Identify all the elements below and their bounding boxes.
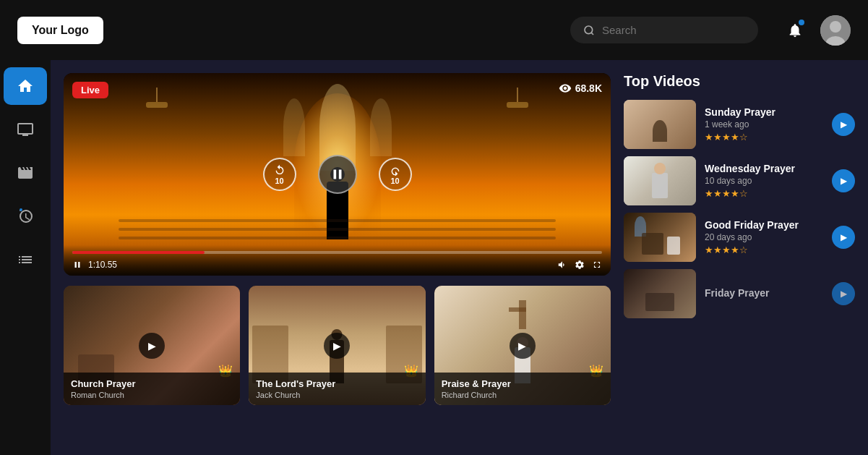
top-videos-title: Top Videos [624, 73, 855, 90]
vli-play-2[interactable]: ▶ [832, 226, 855, 249]
vli-stars-2: ★★★★☆ [705, 244, 823, 255]
control-right [557, 260, 602, 270]
vli-date-0: 1 week ago [705, 119, 823, 129]
video-section: Live 68.8K 10 [64, 73, 611, 455]
sidebar-item-list[interactable] [4, 241, 47, 278]
schedule-icon: + [17, 208, 34, 225]
header: Your Logo [0, 0, 868, 60]
forward-button[interactable]: 10 [379, 158, 412, 191]
pause-icon [330, 166, 345, 182]
thumbnail-card-1[interactable]: ▶ 👑 The Lord's Prayer Jack Church [249, 286, 425, 405]
cross-vertical-2 [519, 300, 526, 329]
eye-icon [559, 82, 572, 95]
vli-title-0: Sunday Prayer [705, 106, 823, 118]
vli-thumb-2 [624, 213, 696, 262]
thumb-subtitle-2: Richard Church [442, 391, 603, 399]
view-count: 68.8K [559, 82, 602, 95]
playback-controls: 10 10 [263, 155, 412, 194]
vli-date-2: 20 days ago [705, 232, 823, 242]
thumb-title-2: Praise & Prayer [442, 378, 603, 389]
vli-stars-0: ★★★★☆ [705, 132, 823, 143]
list-icon [17, 251, 34, 268]
cross-horizontal-2 [509, 307, 526, 312]
main-layout: + [0, 60, 868, 455]
search-icon [583, 25, 595, 36]
live-badge: Live [72, 82, 108, 98]
control-row: 1:10.55 [72, 260, 602, 270]
chandelier-left [146, 88, 168, 108]
thumb-overlay-2: Praise & Prayer Richard Church [434, 373, 611, 405]
avatar[interactable] [820, 15, 851, 46]
vli-stars-1: ★★★★☆ [705, 188, 823, 199]
thumb-overlay-0: Church Prayer Roman Church [64, 373, 240, 405]
vli-info-3: Friday Prayer [705, 287, 823, 301]
svg-point-3 [830, 21, 841, 33]
logo: Your Logo [17, 17, 103, 44]
content-area: Live 68.8K 10 [51, 60, 868, 455]
sidebar-item-movies[interactable] [4, 154, 47, 192]
video-list-item-3[interactable]: Friday Prayer ▶ [624, 269, 855, 318]
svg-line-1 [591, 33, 593, 35]
thumb-subtitle-1: Jack Church [256, 391, 418, 399]
vli-title-1: Wednesday Prayer [705, 163, 823, 174]
vli-info-0: Sunday Prayer 1 week ago ★★★★☆ [705, 106, 823, 143]
video-list: Sunday Prayer 1 week ago ★★★★☆ ▶ [624, 100, 855, 318]
pews [119, 219, 557, 239]
thumbnail-row: ▶ 👑 Church Prayer Roman Church [64, 286, 611, 405]
avatar-image [820, 15, 851, 46]
vli-play-0[interactable]: ▶ [832, 113, 855, 136]
chandelier-right [507, 88, 528, 108]
search-bar[interactable] [570, 17, 758, 43]
movies-icon [17, 164, 34, 182]
volume-icon[interactable] [557, 260, 567, 270]
vli-thumb-0 [624, 100, 696, 149]
settings-icon[interactable] [575, 260, 585, 270]
svg-point-0 [585, 26, 593, 34]
header-icons [781, 15, 851, 46]
sidebar: + [0, 60, 51, 455]
thumbnail-card-0[interactable]: ▶ 👑 Church Prayer Roman Church [64, 286, 240, 405]
vli-play-3[interactable]: ▶ [832, 282, 855, 305]
vli-title-3: Friday Prayer [705, 287, 823, 299]
home-icon [17, 77, 34, 95]
play-pause-icon-small[interactable] [72, 260, 82, 270]
vli-date-1: 10 days ago [705, 176, 823, 186]
thumb-play-1[interactable]: ▶ [324, 333, 350, 359]
svg-text:+: + [20, 209, 21, 212]
sidebar-item-tv[interactable] [4, 111, 47, 148]
thumb-play-2[interactable]: ▶ [510, 333, 536, 359]
thumb-play-0[interactable]: ▶ [139, 333, 165, 359]
sidebar-item-home[interactable] [4, 67, 47, 105]
tv-icon [17, 121, 34, 138]
search-input[interactable] [602, 24, 745, 36]
sidebar-item-schedule[interactable]: + [4, 197, 47, 235]
pause-button[interactable] [318, 155, 357, 194]
thumb-title-1: The Lord's Prayer [256, 378, 418, 389]
vli-thumb-1 [624, 156, 696, 205]
rewind-button[interactable]: 10 [263, 158, 296, 191]
thumbnail-card-2[interactable]: ▶ 👑 Praise & Prayer Richard Church [434, 286, 611, 405]
top-videos-panel: Top Videos Sunday Prayer 1 week ago ★★★★… [624, 73, 855, 455]
control-left: 1:10.55 [72, 260, 117, 270]
fullscreen-icon[interactable] [592, 260, 602, 270]
video-list-item-0[interactable]: Sunday Prayer 1 week ago ★★★★☆ ▶ [624, 100, 855, 149]
video-list-item-1[interactable]: Wednesday Prayer 10 days ago ★★★★☆ ▶ [624, 156, 855, 205]
vli-title-2: Good Friday Prayer [705, 219, 823, 231]
thumb-subtitle-0: Roman Church [71, 391, 233, 399]
thumb-title-0: Church Prayer [71, 378, 233, 389]
vli-play-1[interactable]: ▶ [832, 169, 855, 192]
main-video-player[interactable]: Live 68.8K 10 [64, 73, 611, 276]
controls-overlay: 1:10.55 [64, 245, 611, 276]
timestamp: 1:10.55 [88, 260, 117, 270]
progress-fill [72, 251, 205, 254]
video-list-item-2[interactable]: Good Friday Prayer 20 days ago ★★★★☆ ▶ [624, 213, 855, 262]
vli-thumb-3 [624, 269, 696, 318]
vli-info-1: Wednesday Prayer 10 days ago ★★★★☆ [705, 163, 823, 199]
vli-info-2: Good Friday Prayer 20 days ago ★★★★☆ [705, 219, 823, 255]
thumb-overlay-1: The Lord's Prayer Jack Church [249, 373, 425, 405]
progress-bar[interactable] [72, 251, 602, 254]
notification-bell[interactable] [781, 17, 809, 44]
notification-badge [799, 20, 804, 25]
